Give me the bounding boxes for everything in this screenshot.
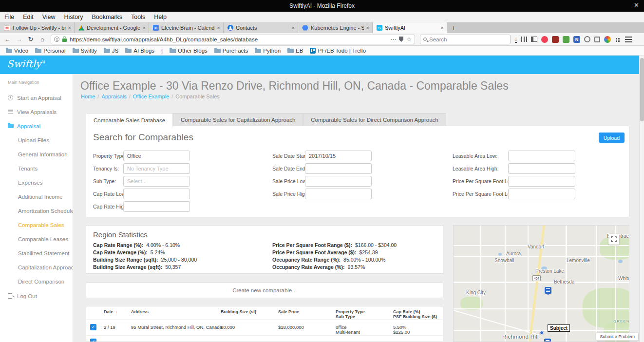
map[interactable]: Aurora Vandorf Ballantrae Lemonville Whi…: [453, 225, 629, 342]
header-property-type[interactable]: Property TypeSub Type: [336, 310, 365, 319]
download-icon[interactable]: ↓: [514, 36, 517, 43]
sidebar-item-direct-comparison[interactable]: Direct Comparison: [0, 274, 73, 288]
leasable-area-high-input[interactable]: [508, 163, 575, 174]
forward-icon[interactable]: →: [15, 36, 23, 43]
window-titlebar[interactable]: SwiftlyAI - Mozilla Firefox ✕: [0, 0, 644, 12]
bookmark-folder-purefacts[interactable]: PureFacts: [214, 48, 248, 54]
price-psf-low-input[interactable]: [508, 176, 575, 187]
header-address[interactable]: Address: [131, 310, 149, 315]
subject-marker-icon[interactable]: [545, 287, 551, 294]
bookmark-star-icon[interactable]: ☆: [406, 36, 412, 43]
row-checkbox[interactable]: ✓: [90, 339, 96, 342]
browser-tab-kubernetes[interactable]: Kubernetes Engine - Swi ×: [298, 22, 373, 33]
browser-tab-calendar[interactable]: 31 Electric Brain - Calendar ×: [149, 22, 224, 33]
bookmark-folder-eb[interactable]: EB: [287, 48, 303, 54]
url-bar[interactable]: https://demo.swiftlyai.com/appraisal/A4h…: [51, 35, 415, 44]
browser-tab-drive[interactable]: Development - Google D ×: [75, 22, 149, 33]
browser-tab-swiftlyai[interactable]: S SwiftlyAI ×: [373, 22, 447, 33]
bookmark-folder-video[interactable]: Video: [6, 48, 28, 54]
tab-comparable-sales-database[interactable]: Comparable Sales Database: [86, 113, 173, 127]
bookmark-folder-python[interactable]: Python: [255, 48, 281, 54]
sidebar-item-comparable-sales[interactable]: Comparable Sales: [0, 218, 73, 232]
sidebar-item-stabilized-statement[interactable]: Stabilized Statement: [0, 246, 73, 260]
menu-tools[interactable]: Tools: [127, 14, 150, 20]
sale-date-start-input[interactable]: [305, 151, 372, 161]
breadcrumb-appraisals[interactable]: Appraisals: [101, 94, 126, 99]
search-box[interactable]: [420, 35, 511, 44]
pocket-icon[interactable]: [541, 36, 548, 43]
row-checkbox[interactable]: ✓: [90, 324, 96, 330]
sale-price-low-input[interactable]: [305, 176, 372, 187]
bookmark-folder-swiftly[interactable]: Swiftly: [73, 48, 97, 54]
bookmark-trello[interactable]: PF/EB Todo | Trello: [310, 48, 366, 54]
menu-edit[interactable]: Edit: [19, 14, 38, 20]
extension-icon-3[interactable]: [584, 36, 590, 42]
leasable-area-low-input[interactable]: [508, 151, 575, 161]
overflow-grid-icon[interactable]: [616, 38, 617, 39]
sidebar-item-amortization-schedule[interactable]: Amortization Schedule: [0, 204, 73, 218]
page-scrollbar[interactable]: [639, 56, 644, 342]
sort-desc-icon[interactable]: ↓: [115, 309, 118, 314]
sidebar-item-expenses[interactable]: Expenses: [0, 175, 73, 190]
sidebar-item-appraisal[interactable]: Appraisal: [0, 119, 73, 133]
table-row-partial[interactable]: ✓: [86, 336, 443, 342]
page-actions-icon[interactable]: ⋯: [390, 36, 396, 43]
upload-button[interactable]: Upload: [599, 133, 625, 143]
comparable-marker-icon[interactable]: [544, 339, 551, 342]
sidebar-item-additional-income[interactable]: Additional Income: [0, 190, 73, 204]
sidebar-item-tenants[interactable]: Tenants: [0, 161, 73, 175]
menu-history[interactable]: History: [60, 14, 88, 20]
menu-bookmarks[interactable]: Bookmarks: [87, 14, 127, 20]
tab-close-icon[interactable]: ×: [366, 25, 369, 31]
noscript-icon[interactable]: N: [573, 36, 580, 43]
library-icon[interactable]: [521, 37, 527, 42]
cap-rate-high-input[interactable]: [123, 201, 190, 212]
extension-icon-1[interactable]: [552, 36, 559, 43]
sidebar-item-comparable-leases[interactable]: Comparable Leases: [0, 232, 73, 246]
sale-date-end-input[interactable]: [305, 163, 372, 174]
subject-label[interactable]: Subject: [548, 324, 570, 332]
tab-close-icon[interactable]: ×: [441, 25, 444, 31]
window-close-button[interactable]: ✕: [634, 1, 639, 9]
scrollbar-thumb[interactable]: [640, 58, 644, 121]
tab-capitalization-approach[interactable]: Comparable Sales for Capitalization Appr…: [173, 113, 303, 126]
bookmark-folder-other-blogs[interactable]: Other Blogs: [170, 48, 208, 54]
tab-close-icon[interactable]: ×: [68, 25, 71, 31]
create-new-comparable-button[interactable]: Create new comparable...: [86, 283, 443, 298]
extension-icon-4[interactable]: [594, 37, 600, 42]
header-date[interactable]: Date↓: [104, 310, 117, 315]
sale-price-high-input[interactable]: [305, 189, 372, 199]
browser-tab-contacts[interactable]: Contacts ×: [224, 22, 298, 33]
header-sale-price[interactable]: Sale Price: [278, 310, 299, 315]
extension-icon-5[interactable]: [604, 36, 611, 43]
sidebar-item-upload-files[interactable]: Upload Files: [0, 133, 73, 147]
shield-icon[interactable]: [399, 37, 403, 42]
tab-direct-comparison-approach[interactable]: Comparable Sales for Direct Comparison A…: [303, 113, 446, 126]
sidebar-item-general-information[interactable]: General Information: [0, 147, 73, 161]
cap-rate-low-input[interactable]: [123, 189, 190, 199]
menu-help[interactable]: Help: [150, 14, 171, 20]
menu-hamburger-icon[interactable]: [625, 37, 632, 42]
search-input[interactable]: [429, 37, 497, 42]
tenancy-is-input[interactable]: [123, 163, 190, 174]
tab-close-icon[interactable]: ×: [217, 25, 220, 31]
lock-icon[interactable]: [62, 38, 67, 42]
sub-type-input[interactable]: [123, 176, 190, 187]
sidebar-item-capitalization-approach[interactable]: Capitalization Approach: [0, 260, 73, 274]
map-fullscreen-button[interactable]: [608, 234, 619, 245]
bookmark-folder-js[interactable]: JS: [104, 48, 118, 54]
browser-tab-gmail[interactable]: M Follow Up - Swiftly - bra ×: [0, 22, 75, 33]
tab-close-icon[interactable]: ×: [292, 25, 295, 31]
bookmark-folder-personal[interactable]: Personal: [35, 48, 65, 54]
menu-file[interactable]: File: [0, 14, 19, 20]
sidebar-toggle-icon[interactable]: [531, 37, 537, 42]
sidebar-item-start-an-appraisal[interactable]: Start an Appraisal: [0, 91, 73, 105]
property-type-input[interactable]: [123, 151, 190, 161]
submit-a-problem-button[interactable]: Submit a Problem: [596, 333, 638, 341]
sidebar-item-log-out[interactable]: Log Out: [0, 289, 73, 303]
app-logo[interactable]: SwiftlyAI: [7, 58, 45, 70]
site-info-icon[interactable]: [54, 37, 59, 42]
back-icon[interactable]: ←: [3, 36, 12, 43]
price-psf-low-input-2[interactable]: [508, 189, 575, 199]
bookmark-folder-ai-blogs[interactable]: AI Blogs: [125, 48, 154, 54]
